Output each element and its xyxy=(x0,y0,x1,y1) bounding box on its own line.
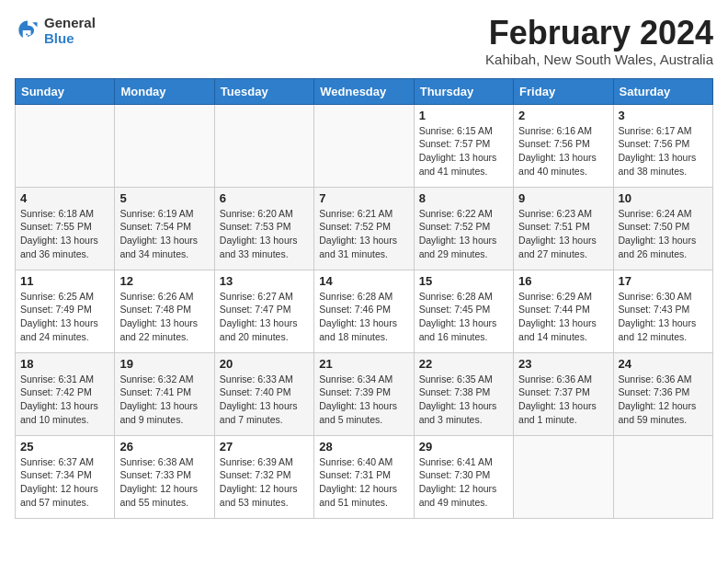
day-number: 7 xyxy=(319,191,408,205)
day-number: 15 xyxy=(419,274,508,288)
calendar-cell xyxy=(115,104,214,187)
week-row-5: 25Sunrise: 6:37 AMSunset: 7:34 PMDayligh… xyxy=(16,435,713,518)
day-info: Sunrise: 6:24 AMSunset: 7:50 PMDaylight:… xyxy=(619,207,708,261)
day-info: Sunrise: 6:35 AMSunset: 7:38 PMDaylight:… xyxy=(419,373,508,427)
calendar-cell: 5Sunrise: 6:19 AMSunset: 7:54 PMDaylight… xyxy=(115,187,214,270)
calendar-cell: 11Sunrise: 6:25 AMSunset: 7:49 PMDayligh… xyxy=(16,270,115,352)
day-number: 22 xyxy=(419,357,508,371)
day-number: 25 xyxy=(20,440,109,454)
calendar-table: SundayMondayTuesdayWednesdayThursdayFrid… xyxy=(15,78,713,519)
day-info: Sunrise: 6:36 AMSunset: 7:37 PMDaylight:… xyxy=(518,373,608,427)
day-info: Sunrise: 6:25 AMSunset: 7:49 PMDaylight:… xyxy=(20,290,109,344)
day-number: 4 xyxy=(20,191,109,205)
calendar-cell: 1Sunrise: 6:15 AMSunset: 7:57 PMDaylight… xyxy=(414,104,513,187)
day-info: Sunrise: 6:20 AMSunset: 7:53 PMDaylight:… xyxy=(220,207,309,261)
day-info: Sunrise: 6:22 AMSunset: 7:52 PMDaylight:… xyxy=(419,207,508,261)
day-number: 3 xyxy=(619,109,708,122)
day-info: Sunrise: 6:31 AMSunset: 7:42 PMDaylight:… xyxy=(20,373,109,427)
calendar-cell: 20Sunrise: 6:33 AMSunset: 7:40 PMDayligh… xyxy=(214,352,313,435)
calendar-cell: 2Sunrise: 6:16 AMSunset: 7:56 PMDaylight… xyxy=(514,104,613,187)
day-number: 20 xyxy=(220,357,309,371)
logo-text: General Blue xyxy=(44,15,96,46)
calendar-cell: 16Sunrise: 6:29 AMSunset: 7:44 PMDayligh… xyxy=(514,270,613,352)
week-row-3: 11Sunrise: 6:25 AMSunset: 7:49 PMDayligh… xyxy=(16,270,713,352)
day-number: 16 xyxy=(518,274,608,288)
calendar-cell xyxy=(514,435,613,518)
week-row-2: 4Sunrise: 6:18 AMSunset: 7:55 PMDaylight… xyxy=(16,187,713,270)
day-number: 19 xyxy=(119,357,209,371)
calendar-cell: 4Sunrise: 6:18 AMSunset: 7:55 PMDaylight… xyxy=(16,187,115,270)
day-info: Sunrise: 6:34 AMSunset: 7:39 PMDaylight:… xyxy=(319,373,408,427)
calendar-cell: 19Sunrise: 6:32 AMSunset: 7:41 PMDayligh… xyxy=(115,352,214,435)
calendar-cell: 13Sunrise: 6:27 AMSunset: 7:47 PMDayligh… xyxy=(214,270,313,352)
day-info: Sunrise: 6:17 AMSunset: 7:56 PMDaylight:… xyxy=(619,124,708,178)
calendar-cell: 17Sunrise: 6:30 AMSunset: 7:43 PMDayligh… xyxy=(613,270,712,352)
calendar-cell: 10Sunrise: 6:24 AMSunset: 7:50 PMDayligh… xyxy=(613,187,712,270)
day-info: Sunrise: 6:21 AMSunset: 7:52 PMDaylight:… xyxy=(319,207,408,261)
calendar-cell xyxy=(314,104,414,187)
day-number: 5 xyxy=(119,191,209,205)
day-info: Sunrise: 6:27 AMSunset: 7:47 PMDaylight:… xyxy=(220,290,309,344)
weekday-header-monday: Monday xyxy=(115,78,214,104)
day-number: 1 xyxy=(419,109,508,122)
day-number: 13 xyxy=(220,274,309,288)
day-info: Sunrise: 6:41 AMSunset: 7:30 PMDaylight:… xyxy=(419,455,508,510)
month-year: February 2024 xyxy=(485,15,713,52)
day-info: Sunrise: 6:30 AMSunset: 7:43 PMDaylight:… xyxy=(619,290,708,344)
calendar-cell: 8Sunrise: 6:22 AMSunset: 7:52 PMDaylight… xyxy=(414,187,513,270)
day-number: 21 xyxy=(319,357,408,371)
day-number: 29 xyxy=(419,440,508,454)
calendar-cell: 29Sunrise: 6:41 AMSunset: 7:30 PMDayligh… xyxy=(414,435,513,518)
weekday-header-wednesday: Wednesday xyxy=(314,78,414,104)
day-info: Sunrise: 6:26 AMSunset: 7:48 PMDaylight:… xyxy=(119,290,209,344)
calendar-cell: 7Sunrise: 6:21 AMSunset: 7:52 PMDaylight… xyxy=(314,187,414,270)
day-info: Sunrise: 6:18 AMSunset: 7:55 PMDaylight:… xyxy=(20,207,109,261)
weekday-header-tuesday: Tuesday xyxy=(214,78,313,104)
week-row-4: 18Sunrise: 6:31 AMSunset: 7:42 PMDayligh… xyxy=(16,352,713,435)
weekday-header-saturday: Saturday xyxy=(613,78,712,104)
day-number: 12 xyxy=(119,274,209,288)
day-number: 26 xyxy=(119,440,209,454)
day-info: Sunrise: 6:39 AMSunset: 7:32 PMDaylight:… xyxy=(220,455,309,510)
day-number: 2 xyxy=(518,109,608,122)
calendar-cell xyxy=(214,104,313,187)
day-number: 23 xyxy=(518,357,608,371)
calendar-cell: 9Sunrise: 6:23 AMSunset: 7:51 PMDaylight… xyxy=(514,187,613,270)
weekday-header-row: SundayMondayTuesdayWednesdayThursdayFrid… xyxy=(16,78,713,104)
day-info: Sunrise: 6:37 AMSunset: 7:34 PMDaylight:… xyxy=(20,455,109,510)
calendar-cell: 23Sunrise: 6:36 AMSunset: 7:37 PMDayligh… xyxy=(514,352,613,435)
logo-icon xyxy=(15,17,40,43)
calendar-cell xyxy=(613,435,712,518)
calendar-cell: 6Sunrise: 6:20 AMSunset: 7:53 PMDaylight… xyxy=(214,187,313,270)
calendar-cell: 26Sunrise: 6:38 AMSunset: 7:33 PMDayligh… xyxy=(115,435,214,518)
day-info: Sunrise: 6:23 AMSunset: 7:51 PMDaylight:… xyxy=(518,207,608,261)
day-number: 8 xyxy=(419,191,508,205)
day-info: Sunrise: 6:33 AMSunset: 7:40 PMDaylight:… xyxy=(220,373,309,427)
calendar-cell: 14Sunrise: 6:28 AMSunset: 7:46 PMDayligh… xyxy=(314,270,414,352)
page-header: General Blue February 2024 Kahibah, New … xyxy=(15,15,713,67)
calendar-cell: 25Sunrise: 6:37 AMSunset: 7:34 PMDayligh… xyxy=(16,435,115,518)
calendar-cell xyxy=(16,104,115,187)
calendar-cell: 28Sunrise: 6:40 AMSunset: 7:31 PMDayligh… xyxy=(314,435,414,518)
logo-general: General xyxy=(44,15,96,30)
logo-blue: Blue xyxy=(44,30,96,46)
day-info: Sunrise: 6:16 AMSunset: 7:56 PMDaylight:… xyxy=(518,124,608,178)
day-info: Sunrise: 6:29 AMSunset: 7:44 PMDaylight:… xyxy=(518,290,608,344)
weekday-header-sunday: Sunday xyxy=(16,78,115,104)
day-number: 14 xyxy=(319,274,408,288)
day-info: Sunrise: 6:38 AMSunset: 7:33 PMDaylight:… xyxy=(119,455,209,510)
day-info: Sunrise: 6:19 AMSunset: 7:54 PMDaylight:… xyxy=(119,207,209,261)
calendar-cell: 18Sunrise: 6:31 AMSunset: 7:42 PMDayligh… xyxy=(16,352,115,435)
day-info: Sunrise: 6:15 AMSunset: 7:57 PMDaylight:… xyxy=(419,124,508,178)
location: Kahibah, New South Wales, Australia xyxy=(485,52,713,67)
day-info: Sunrise: 6:28 AMSunset: 7:45 PMDaylight:… xyxy=(419,290,508,344)
day-number: 28 xyxy=(319,440,408,454)
day-info: Sunrise: 6:28 AMSunset: 7:46 PMDaylight:… xyxy=(319,290,408,344)
calendar-cell: 15Sunrise: 6:28 AMSunset: 7:45 PMDayligh… xyxy=(414,270,513,352)
week-row-1: 1Sunrise: 6:15 AMSunset: 7:57 PMDaylight… xyxy=(16,104,713,187)
weekday-header-friday: Friday xyxy=(514,78,613,104)
day-number: 27 xyxy=(220,440,309,454)
calendar-cell: 21Sunrise: 6:34 AMSunset: 7:39 PMDayligh… xyxy=(314,352,414,435)
day-number: 24 xyxy=(619,357,708,371)
logo: General Blue xyxy=(15,15,96,46)
